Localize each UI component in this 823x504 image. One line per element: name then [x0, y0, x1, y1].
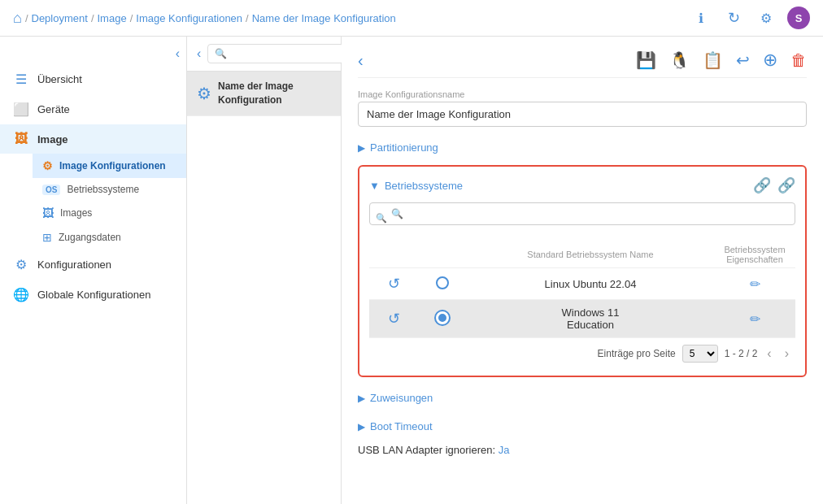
- sidebar-header: ‹: [0, 43, 186, 64]
- row2-edit[interactable]: ✏: [714, 300, 795, 338]
- sidebar-item-globale[interactable]: 🌐 Globale Konfigurationen: [0, 280, 186, 310]
- config-name-input[interactable]: [358, 102, 807, 127]
- sidebar-sub-menu: ⚙ Image Konfigurationen OS Betriebssyste…: [0, 154, 186, 250]
- config-name-label: Image Konfigurationsname: [358, 89, 807, 99]
- ubersicht-icon: ☰: [13, 72, 29, 87]
- image-konfig-sub-icon: ⚙: [42, 159, 53, 172]
- main-layout: ‹ ☰ Übersicht ⬜ Geräte 🖼 Image ⚙ Image K…: [0, 37, 823, 504]
- sidebar-item-konfigurationen[interactable]: ⚙ Konfigurationen: [0, 250, 186, 280]
- add-icon[interactable]: ⊕: [763, 50, 777, 71]
- betriebssysteme-title[interactable]: ▼ Betriebssysteme: [369, 180, 463, 192]
- globale-icon: 🌐: [13, 287, 29, 302]
- row1-rotate[interactable]: ↺: [369, 268, 418, 300]
- sidebar-sub-betriebssysteme[interactable]: OS Betriebssysteme: [33, 178, 186, 201]
- col-action: [369, 241, 418, 268]
- link-icon-2[interactable]: 🔗: [777, 176, 795, 194]
- col-radio: [418, 241, 467, 268]
- top-bar: ⌂ / Deployment / Image / Image Konfigura…: [0, 0, 823, 37]
- home-icon[interactable]: ⌂: [13, 10, 22, 27]
- sidebar: ‹ ☰ Übersicht ⬜ Geräte 🖼 Image ⚙ Image K…: [0, 37, 187, 504]
- row1-radio[interactable]: [418, 268, 467, 300]
- link-icon-1[interactable]: 🔗: [753, 176, 771, 194]
- row1-name: Linux Ubuntu 22.04: [467, 268, 714, 300]
- toolbar-actions: 💾 🐧 📋 ↩ ⊕ 🗑: [636, 50, 807, 71]
- usb-line: USB LAN Adapter ignorieren: Ja: [358, 444, 807, 456]
- pagination-label: Einträge pro Seite: [598, 348, 676, 359]
- sidebar-item-image[interactable]: 🖼 Image: [0, 124, 186, 154]
- table-row: ↺ Linux Ubuntu 22.04 ✏: [369, 268, 795, 300]
- breadcrumb: ⌂ / Deployment / Image / Image Konfigura…: [13, 10, 396, 27]
- pagination-info: 1 - 2 / 2: [725, 348, 758, 359]
- images-sub-icon: 🖼: [42, 206, 54, 219]
- card-icon: ⚙: [197, 84, 211, 103]
- user-avatar[interactable]: S: [787, 7, 810, 29]
- sidebar-collapse-btn[interactable]: ‹: [176, 46, 180, 61]
- row2-rotate[interactable]: ↺: [369, 300, 418, 338]
- list-panel: ‹ ⚙ Name der ImageKonfiguration: [187, 37, 342, 504]
- row1-edit[interactable]: ✏: [714, 268, 795, 300]
- entries-per-page-select[interactable]: 5 10 25: [682, 345, 718, 363]
- sidebar-sub-label-zugangsdaten: Zugangsdaten: [59, 232, 121, 243]
- list-item-card[interactable]: ⚙ Name der ImageKonfiguration: [187, 72, 341, 116]
- betriebssysteme-section: ▼ Betriebssysteme 🔗 🔗: [358, 165, 807, 377]
- save-icon[interactable]: 💾: [636, 50, 656, 70]
- row2-radio[interactable]: [418, 300, 467, 338]
- betriebssysteme-label: Betriebssysteme: [385, 180, 463, 192]
- sidebar-label-konfigurationen: Konfigurationen: [37, 259, 111, 271]
- refresh-icon[interactable]: ↻: [722, 7, 745, 29]
- linux-icon[interactable]: 🐧: [669, 50, 690, 70]
- sidebar-sub-image-konfig[interactable]: ⚙ Image Konfigurationen: [33, 154, 186, 178]
- partitionierung-chevron: ▶: [358, 142, 365, 154]
- sidebar-sub-label-images: Images: [60, 207, 92, 219]
- partitionierung-label: Partitionierung: [370, 141, 438, 154]
- sidebar-item-ubersicht[interactable]: ☰ Übersicht: [0, 64, 186, 94]
- breadcrumb-deployment[interactable]: Deployment: [32, 12, 88, 24]
- toolbar: ‹ 💾 🐧 📋 ↩ ⊕ 🗑: [358, 50, 807, 78]
- row2-name: Windows 11Education: [467, 300, 714, 338]
- usb-label: USB LAN Adapter ignorieren:: [358, 444, 499, 456]
- breadcrumb-current: Name der Image Konfiguration: [252, 12, 396, 24]
- breadcrumb-image-konfig[interactable]: Image Konfigurationen: [136, 12, 242, 24]
- sidebar-label-gerate: Geräte: [37, 103, 70, 115]
- sidebar-label-image: Image: [37, 133, 68, 146]
- usb-value: Ja: [499, 444, 510, 456]
- boot-timeout-section[interactable]: ▶ Boot Timeout: [358, 415, 807, 437]
- konfig-icon: ⚙: [13, 257, 29, 272]
- zuweisungen-label: Zuweisungen: [370, 392, 433, 404]
- copy-icon[interactable]: 📋: [703, 50, 723, 70]
- undo-icon[interactable]: ↩: [736, 50, 750, 70]
- betriebssysteme-search-wrap: [369, 202, 795, 233]
- config-name-field: Image Konfigurationsname: [358, 89, 807, 137]
- top-icons: ℹ ↻ ⚙ S: [690, 7, 810, 29]
- partitionierung-section[interactable]: ▶ Partitionierung: [358, 137, 807, 159]
- list-panel-header: ‹: [187, 37, 341, 72]
- sidebar-item-gerate[interactable]: ⬜ Geräte: [0, 94, 186, 124]
- content-area: ‹ ⚙ Name der ImageKonfiguration ‹ 💾 🐧 📋 …: [187, 37, 823, 504]
- detail-panel: ‹ 💾 🐧 📋 ↩ ⊕ 🗑 Image Konfigurationsname ▶: [342, 37, 823, 504]
- pagination-prev-btn[interactable]: ‹: [764, 345, 774, 363]
- col-props: Betriebssystem Eigenschaften: [714, 241, 795, 268]
- zuweisungen-section[interactable]: ▶ Zuweisungen: [358, 387, 807, 409]
- betriebssysteme-chevron: ▼: [369, 180, 380, 192]
- pagination-next-btn[interactable]: ›: [782, 345, 792, 363]
- pagination: Einträge pro Seite 5 10 25 1 - 2 / 2 ‹ ›: [369, 338, 795, 366]
- image-icon: 🖼: [13, 132, 29, 146]
- betriebssysteme-header: ▼ Betriebssysteme 🔗 🔗: [369, 176, 795, 194]
- list-search-input[interactable]: [207, 44, 344, 63]
- gerate-icon: ⬜: [13, 102, 29, 117]
- col-name: Standard Betriebssystem Name: [467, 241, 714, 268]
- sidebar-sub-images[interactable]: 🖼 Images: [33, 201, 186, 225]
- info-icon[interactable]: ℹ: [690, 7, 712, 29]
- sidebar-label-globale: Globale Konfigurationen: [37, 289, 151, 301]
- sidebar-sub-label-betriebssysteme: Betriebssysteme: [67, 184, 139, 195]
- breadcrumb-image[interactable]: Image: [98, 12, 127, 24]
- os-table: Standard Betriebssystem Name Betriebssys…: [369, 241, 795, 338]
- betriebssysteme-search-input[interactable]: [369, 202, 795, 225]
- list-panel-back-btn[interactable]: ‹: [194, 43, 204, 64]
- sidebar-sub-zugangsdaten[interactable]: ⊞ Zugangsdaten: [33, 225, 186, 250]
- sidebar-label-ubersicht: Übersicht: [37, 73, 82, 85]
- settings-icon[interactable]: ⚙: [755, 7, 777, 29]
- toolbar-back-btn[interactable]: ‹: [358, 51, 364, 70]
- delete-icon[interactable]: 🗑: [790, 51, 807, 70]
- boot-timeout-label: Boot Timeout: [370, 420, 433, 432]
